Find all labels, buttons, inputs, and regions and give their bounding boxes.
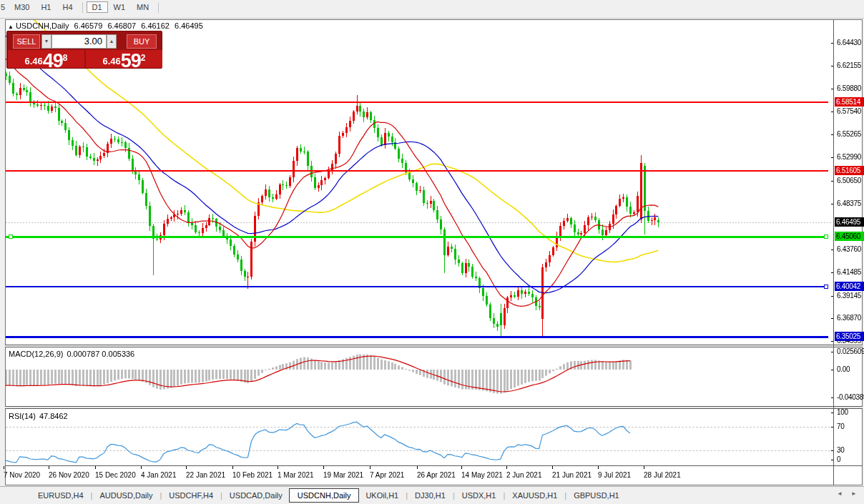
date-tick-label: 21 Jun 2021 — [552, 471, 591, 479]
price-tick-label: 6.59880 — [837, 84, 861, 92]
price-tick-label: 6.57540 — [837, 107, 861, 115]
symbol-label: USDCNH,Daily — [16, 21, 69, 30]
collapse-triangle-icon[interactable]: ▲ — [8, 24, 14, 30]
volume-increase-button[interactable]: ▲ — [107, 34, 117, 49]
price-tick-label: 6.39145 — [837, 292, 861, 300]
one-click-trading-panel: SELL ▼ 3.00 ▲ BUY 6.46498 6.46592 — [6, 31, 162, 69]
price-tick-label: 6.36870 — [837, 314, 861, 322]
macd-label: MACD(12,26,9)0.000787 0.005336 — [9, 350, 138, 358]
date-tick-label: 9 Jul 2021 — [598, 471, 631, 479]
date-tick-label: 28 Jul 2021 — [644, 471, 681, 479]
price-badge: 6.58514 — [835, 97, 864, 107]
rsi-tick-label: 100 — [837, 408, 848, 416]
date-tick-label: 7 Nov 2020 — [4, 471, 40, 479]
price-badge: 6.35025 — [835, 332, 864, 341]
price-tick-label: 6.62155 — [837, 61, 861, 69]
price-tick-label: 6.50650 — [837, 177, 861, 184]
tab-scroll-arrows: ◄ ► — [830, 490, 857, 497]
tab-scroll-right-icon[interactable]: ► — [851, 490, 857, 497]
date-tick-label: 19 Mar 2021 — [323, 471, 363, 479]
buy-price[interactable]: 6.46592 — [86, 50, 162, 68]
ohlc-low: 6.46162 — [141, 21, 170, 30]
macd-tick-label: 0.00 — [837, 365, 850, 373]
date-tick-label: 15 Dec 2020 — [95, 471, 136, 479]
rsi-name: RSI(14) — [9, 412, 36, 420]
macd-values: 0.000787 0.005336 — [67, 350, 134, 358]
date-tick-label: 2 Jun 2021 — [506, 471, 542, 479]
date-tick-label: 14 May 2021 — [461, 471, 503, 479]
price-badge: 6.46495 — [835, 217, 864, 227]
rsi-panel-separator2 — [5, 408, 863, 409]
price-badge: 6.45060 — [835, 232, 864, 241]
rsi-label: RSI(14)47.8462 — [9, 412, 72, 420]
sell-button[interactable]: SELL — [13, 34, 40, 49]
date-tick-label: 10 Feb 2021 — [232, 471, 273, 479]
macd-panel-separator2 — [5, 347, 863, 347]
rsi-tick-label: 0 — [837, 455, 840, 463]
buy-price-big: 59 — [121, 50, 141, 71]
buy-button[interactable]: BUY — [127, 34, 157, 49]
rsi-tick-label: 70 — [837, 423, 845, 430]
date-tick-label: 1 Mar 2021 — [278, 471, 314, 479]
tab-scroll-left-icon[interactable]: ◄ — [837, 490, 843, 497]
date-tick-label: 26 Apr 2021 — [417, 471, 456, 479]
price-axis-divider — [833, 20, 834, 485]
sell-price-pip: 8 — [63, 53, 68, 63]
date-tick-label: 26 Nov 2020 — [49, 471, 89, 479]
buy-price-prefix: 6.46 — [102, 56, 120, 66]
date-tick-label: 4 Jan 2021 — [141, 471, 177, 479]
rsi-value: 47.8462 — [39, 412, 68, 420]
sell-price-big: 49 — [43, 50, 63, 71]
price-tick-label: 6.48375 — [837, 199, 861, 207]
date-axis-separator — [5, 465, 863, 466]
macd-tick-label: -0.040389 — [837, 393, 864, 401]
sell-price-prefix: 6.46 — [24, 56, 42, 66]
price-tick-label: 6.43760 — [837, 245, 861, 253]
ohlc-high: 6.46807 — [107, 21, 136, 30]
ohlc-close: 6.46495 — [175, 21, 203, 30]
price-badge: 6.40042 — [835, 282, 864, 291]
volume-decrease-button[interactable]: ▼ — [41, 34, 51, 49]
price-tick-label: 6.52990 — [837, 153, 861, 161]
macd-tick-label: 0.025609 — [837, 347, 864, 355]
macd-name: MACD(12,26,9) — [9, 350, 63, 358]
chart-canvas[interactable] — [0, 0, 864, 504]
volume-input[interactable]: 3.00 — [51, 34, 107, 49]
ohlc-open: 6.46579 — [74, 21, 103, 30]
sell-price[interactable]: 6.46498 — [8, 50, 84, 68]
price-tick-label: 6.41485 — [837, 268, 861, 276]
rsi-tick-label: 30 — [837, 446, 845, 454]
price-tick-label: 6.55265 — [837, 130, 861, 138]
buy-price-pip: 2 — [141, 53, 146, 63]
price-badge: 6.51605 — [835, 166, 864, 175]
price-tick-label: 6.64430 — [837, 39, 861, 46]
chart-title: ▲USDCNH,Daily 6.46579 6.46807 6.46162 6.… — [8, 21, 206, 30]
date-tick-label: 22 Jan 2021 — [186, 471, 225, 479]
date-tick-label: 7 Apr 2021 — [370, 471, 404, 479]
